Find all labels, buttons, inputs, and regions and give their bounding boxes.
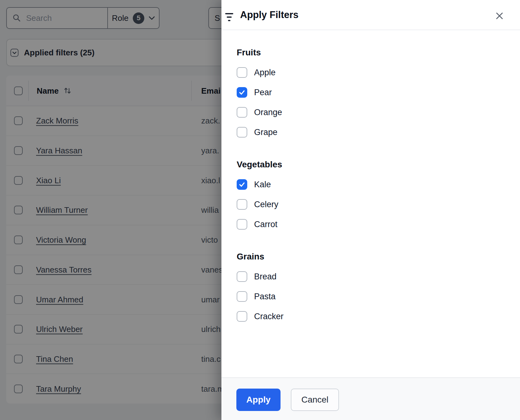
section-title-grains: Grains — [237, 234, 508, 267]
filter-option-apple[interactable]: Apple — [237, 63, 508, 82]
section-title-fruits: Fruits — [237, 30, 508, 63]
filter-option-bread[interactable]: Bread — [237, 267, 508, 287]
panel-body: Fruits Apple Pear Orange — [221, 30, 520, 326]
filter-option-pear[interactable]: Pear — [237, 82, 508, 102]
section-title-vegetables: Vegetables — [237, 142, 508, 175]
filter-option-label: Orange — [254, 108, 282, 117]
filter-option-label: Pasta — [254, 292, 276, 301]
cracker-checkbox[interactable] — [237, 311, 247, 322]
celery-checkbox[interactable] — [237, 199, 247, 210]
filter-option-cracker[interactable]: Cracker — [237, 306, 508, 326]
carrot-checkbox[interactable] — [237, 219, 247, 230]
filter-option-label: Kale — [254, 180, 271, 189]
filter-option-carrot[interactable]: Carrot — [237, 214, 508, 234]
bread-checkbox[interactable] — [237, 271, 247, 282]
filter-option-label: Apple — [254, 68, 276, 77]
filter-option-label: Bread — [254, 272, 276, 282]
screen: Search Role 5 S Applied filters (25) — [0, 0, 520, 420]
panel-header: Apply Filters — [221, 0, 520, 30]
filter-option-grape[interactable]: Grape — [237, 122, 508, 142]
filter-option-orange[interactable]: Orange — [237, 102, 508, 122]
pasta-checkbox[interactable] — [237, 291, 247, 302]
filter-option-label: Cracker — [254, 312, 284, 321]
filter-option-label: Carrot — [254, 220, 277, 229]
filter-icon — [225, 13, 233, 22]
checkmark-icon — [239, 181, 245, 188]
close-button[interactable] — [491, 8, 508, 24]
filter-option-kale[interactable]: Kale — [237, 175, 508, 194]
orange-checkbox[interactable] — [237, 107, 247, 118]
modal-scrim[interactable] — [0, 0, 221, 420]
cancel-button[interactable]: Cancel — [291, 389, 339, 411]
apply-filters-panel: Apply Filters Fruits Apple Pear — [221, 0, 520, 420]
filter-option-pasta[interactable]: Pasta — [237, 287, 508, 306]
pear-checkbox[interactable] — [237, 87, 247, 98]
filter-option-label: Grape — [254, 128, 277, 137]
panel-title: Apply Filters — [240, 9, 299, 21]
filter-option-label: Pear — [254, 88, 272, 97]
apply-button[interactable]: Apply — [236, 389, 281, 411]
filter-option-label: Celery — [254, 200, 278, 209]
checkmark-icon — [239, 89, 245, 96]
panel-footer: Apply Cancel — [221, 377, 520, 420]
kale-checkbox[interactable] — [237, 179, 247, 190]
close-icon — [495, 12, 504, 20]
grape-checkbox[interactable] — [237, 127, 247, 138]
filter-option-celery[interactable]: Celery — [237, 194, 508, 214]
apple-checkbox[interactable] — [237, 67, 247, 78]
